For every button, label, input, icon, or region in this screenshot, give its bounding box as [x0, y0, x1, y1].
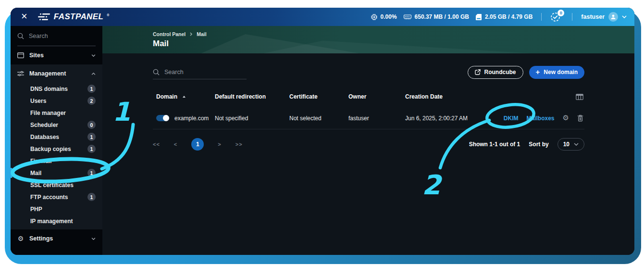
sidebar-item-mail[interactable]: Mail1	[11, 167, 102, 179]
ram-icon	[404, 14, 411, 20]
cpu-icon	[371, 14, 377, 20]
sidebar-item-file-manager[interactable]: File manager	[11, 107, 102, 119]
memory-stat: 650.37 MB / 1.00 GB	[404, 13, 469, 20]
column-header-certificate[interactable]: Certificate	[289, 93, 348, 100]
sidebar-item-label: Scheduler	[30, 122, 58, 128]
management-icon	[17, 71, 24, 76]
shown-count: Shown 1-1 out of 1	[469, 141, 520, 148]
chevron-up-icon	[91, 73, 96, 75]
user-menu[interactable]: fastuser	[581, 12, 627, 22]
pagination-next[interactable]: >	[218, 141, 221, 147]
avatar	[608, 12, 618, 22]
topbar-divider	[572, 13, 572, 21]
sidebar-item-label: IP management	[30, 218, 73, 225]
toolbar: Roundcube + New domain	[153, 65, 584, 79]
memory-value: 650.37 MB / 1.00 GB	[415, 13, 469, 20]
column-settings-icon[interactable]	[576, 94, 583, 100]
sidebar-item-label: DNS domains	[30, 86, 68, 92]
pagination-prev[interactable]: <	[174, 141, 177, 147]
column-header-owner[interactable]: Owner	[348, 93, 405, 100]
sidebar-item-sites[interactable]: Sites	[11, 46, 102, 64]
page-background: × FASTPANEL®	[0, 0, 644, 265]
external-link-icon	[475, 69, 481, 75]
cpu-value: 0.00%	[381, 13, 397, 20]
table-header: Domain Default redirection Certificate O…	[153, 86, 584, 107]
roundcube-button[interactable]: Roundcube	[468, 66, 523, 79]
sidebar-item-settings[interactable]: ⚙ Settings	[11, 229, 102, 248]
sidebar-search	[17, 26, 96, 46]
pagination-last[interactable]: >>	[235, 141, 243, 147]
button-label: New domain	[544, 69, 578, 76]
sidebar-item-databases[interactable]: Databases1	[11, 131, 102, 143]
topbar-divider	[541, 13, 542, 21]
domain-enabled-toggle[interactable]	[156, 115, 169, 121]
sidebar-item-management[interactable]: Management	[11, 64, 102, 83]
chevron-right-icon	[189, 32, 193, 36]
sidebar: Sites Management DNS domains1 Users2	[11, 26, 102, 255]
sidebar-item-label: Backup copies	[30, 146, 71, 152]
fastpanel-logo[interactable]: FASTPANEL®	[38, 12, 110, 22]
logo-text: FASTPANEL	[54, 12, 103, 22]
person-icon	[610, 14, 616, 20]
cell-creation-date: Jun 6, 2025, 2:00:27 AM	[405, 115, 501, 122]
sidebar-item-ftp-accounts[interactable]: FTP accounts1	[11, 191, 102, 203]
column-label: Domain	[156, 93, 177, 100]
chevron-down-icon	[91, 238, 96, 240]
sidebar-item-label: Databases	[30, 134, 59, 140]
sidebar-item-label: File manager	[30, 110, 66, 116]
pagination: << < 1 > >> Shown 1-1 out of 1 Sort by 1…	[153, 138, 584, 151]
active-indicator	[11, 168, 12, 178]
pagination-first[interactable]: <<	[153, 141, 160, 147]
sidebar-item-php[interactable]: PHP	[11, 203, 102, 215]
sidebar-item-backup-copies[interactable]: Backup copies1	[11, 143, 102, 155]
username: fastuser	[581, 13, 605, 20]
table-search-input[interactable]	[164, 69, 236, 76]
chevron-down-icon	[622, 15, 627, 18]
sort-ascending-icon	[183, 96, 186, 98]
sites-icon	[17, 52, 24, 58]
new-domain-button[interactable]: + New domain	[529, 66, 584, 79]
sidebar-item-label: Firewall	[30, 158, 52, 164]
sidebar-search-input[interactable]	[29, 33, 82, 39]
count-badge: 1	[87, 193, 96, 201]
sidebar-item-label: Management	[29, 70, 66, 77]
column-header-domain[interactable]: Domain	[153, 93, 215, 100]
sidebar-item-users[interactable]: Users2	[11, 95, 102, 107]
table-row: example.com Not specified Not selected f…	[153, 107, 584, 129]
sidebar-item-ssl-certificates[interactable]: SSL certificates	[11, 179, 102, 191]
cell-default-redirection: Not specified	[215, 115, 289, 122]
page-size-select[interactable]: 10	[557, 138, 584, 151]
sidebar-item-label: SSL certificates	[30, 182, 74, 189]
pagination-page-1[interactable]: 1	[191, 138, 204, 151]
mailboxes-link[interactable]: Mailboxes	[527, 115, 555, 122]
search-icon	[17, 33, 24, 39]
sidebar-item-label: PHP	[30, 206, 42, 213]
button-label: Roundcube	[484, 69, 516, 76]
dkim-link[interactable]: DKIM	[504, 115, 519, 122]
disk-value: 2.05 GB / 4.79 GB	[485, 13, 533, 20]
resource-stats: 0.00% 650.37 MB / 1.00 GB 2.05 GB /	[371, 12, 627, 22]
breadcrumb-control-panel[interactable]: Control Panel	[153, 31, 186, 37]
count-badge: 2	[87, 97, 96, 105]
count-badge: 0	[87, 121, 96, 129]
column-header-default-redirection[interactable]: Default redirection	[215, 93, 289, 100]
column-header-creation-date[interactable]: Creation Date	[405, 93, 501, 100]
sidebar-item-scheduler[interactable]: Scheduler0	[11, 119, 102, 131]
sidebar-item-label: Settings	[29, 235, 53, 242]
tasks-indicator[interactable]: 0	[550, 12, 560, 22]
plus-icon: +	[536, 68, 540, 76]
delete-icon[interactable]	[577, 114, 583, 122]
sidebar-item-dns-domains[interactable]: DNS domains1	[11, 83, 102, 95]
close-icon[interactable]: ×	[21, 11, 27, 22]
row-actions: DKIM Mailboxes ⚙	[501, 114, 584, 122]
fastpanel-logo-icon	[37, 13, 51, 21]
cell-certificate: Not selected	[289, 115, 348, 122]
sidebar-item-ip-management[interactable]: IP management	[11, 215, 102, 227]
top-bar: × FASTPANEL®	[11, 8, 634, 26]
sidebar-item-firewall[interactable]: Firewall	[11, 155, 102, 167]
sort-by-label: Sort by	[529, 141, 548, 148]
sidebar-item-label: Users	[30, 98, 46, 104]
disk-icon	[476, 14, 482, 20]
domain-settings-icon[interactable]: ⚙	[563, 114, 569, 122]
page-title: Mail	[153, 39, 634, 49]
